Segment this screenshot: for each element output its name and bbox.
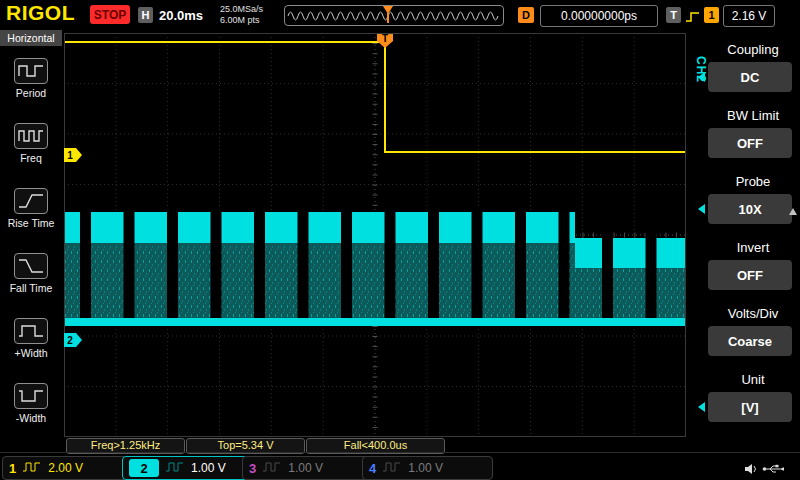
channel-2-number: 2 [129,459,159,477]
channel-status-bar: 1 2.00 V 2 1.00 V 3 1.00 V 4 1.00 V [0,452,800,480]
usb-plug-icon [762,461,784,479]
channel-menu-panel: CH2 Coupling DC BW Limit OFF Probe 10X I… [694,30,800,450]
memory-position-bar[interactable] [284,5,504,26]
channel-4-wave-icon [382,461,402,476]
speaker-icon [744,461,758,479]
select-arrow-icon [694,72,708,82]
oscilloscope-screen: RIGOL STOP H 20.0ms 25.0MSa/s 6.00M pts … [0,0,800,480]
sidebar-item-label: Fall Time [10,282,53,294]
menu-label: Volts/Div [694,304,800,324]
brand-logo: RIGOL [6,1,75,25]
sample-rate: 25.0MSa/s [220,4,263,15]
sidebar-item-label: Freq [20,152,42,164]
volts-div-button[interactable]: Coarse [708,326,792,356]
waveform-canvas: T12 [64,33,686,437]
channel-1-wave-icon [22,461,42,476]
unit-button[interactable]: [V] [708,392,792,422]
sidebar-item-minus-width[interactable]: -Width [0,371,62,436]
trigger-key-badge: T [666,7,681,23]
menu-group-unit: Unit [V] [694,370,800,434]
channel-3-status[interactable]: 3 1.00 V [242,456,373,480]
sidebar-item-label: Rise Time [8,217,55,229]
channel-4-number: 4 [369,461,376,476]
channel-3-scale: 1.00 V [288,461,323,475]
menu-label: Unit [694,370,800,390]
channel-1-status[interactable]: 1 2.00 V [2,456,133,480]
channel-3-wave-icon [262,461,282,476]
freq-icon [14,123,48,149]
menu-label: Probe [694,172,800,192]
trigger-position-stem [387,13,389,23]
delay-value: 0.00000000ps [540,5,658,27]
channel-1-number: 1 [9,461,16,476]
sidebar-item-label: Period [16,87,46,99]
channel-2-wave-icon [165,461,185,476]
measure-sidebar: Horizontal Period Freq Rise Time Fall Ti… [0,30,62,448]
channel-3-number: 3 [249,461,256,476]
waveform-display: T12 [64,33,686,437]
svg-text:T: T [382,33,388,44]
minus-width-icon [14,383,48,409]
menu-label: Invert [694,238,800,258]
sidebar-item-freq[interactable]: Freq [0,111,62,176]
channel-1-scale: 2.00 V [48,461,83,475]
channel-4-scale: 1.00 V [408,461,443,475]
select-arrow-icon [694,402,708,412]
channel-2-scale: 1.00 V [191,461,226,475]
trigger-edge-icon [685,9,701,27]
timebase-value: 20.0ms [159,8,203,23]
menu-group-invert: Invert OFF [694,238,800,302]
channel-4-status[interactable]: 4 1.00 V [362,456,493,480]
run-state-badge: STOP [90,5,130,24]
invert-button[interactable]: OFF [708,260,792,290]
svg-text:2: 2 [67,335,73,346]
fall-time-icon [14,253,48,279]
trigger-level-value: 2.16 V [723,5,775,27]
delay-badge: D [518,7,534,23]
horizontal-key-badge: H [138,7,153,23]
menu-group-coupling: Coupling DC [694,40,800,104]
plus-width-icon [14,318,48,344]
sidebar-item-fall-time[interactable]: Fall Time [0,241,62,306]
sidebar-item-label: +Width [15,347,48,359]
memory-waveform-icon [285,6,501,25]
period-icon [14,58,48,84]
memory-depth: 6.00M pts [220,15,263,26]
probe-button[interactable]: 10X [708,194,792,224]
trigger-source-badge: 1 [704,7,719,23]
sidebar-item-label: -Width [16,412,46,424]
bw-limit-button[interactable]: OFF [708,128,792,158]
rise-time-icon [14,188,48,214]
menu-group-bw-limit: BW Limit OFF [694,106,800,170]
select-arrow-icon [694,204,708,214]
svg-text:1: 1 [67,150,73,161]
channel-2-status[interactable]: 2 1.00 V [122,456,253,480]
sidebar-item-rise-time[interactable]: Rise Time [0,176,62,241]
menu-scroll-up-icon[interactable] [789,208,797,215]
menu-label: Coupling [694,40,800,60]
sidebar-item-period[interactable]: Period [0,46,62,111]
menu-group-volts-div: Volts/Div Coarse [694,304,800,368]
menu-label: BW Limit [694,106,800,126]
sidebar-item-plus-width[interactable]: +Width [0,306,62,371]
menu-group-probe: Probe 10X [694,172,800,236]
coupling-button[interactable]: DC [708,62,792,92]
measure-category-title[interactable]: Horizontal [0,30,62,46]
acquisition-info: 25.0MSa/s 6.00M pts [220,4,263,26]
